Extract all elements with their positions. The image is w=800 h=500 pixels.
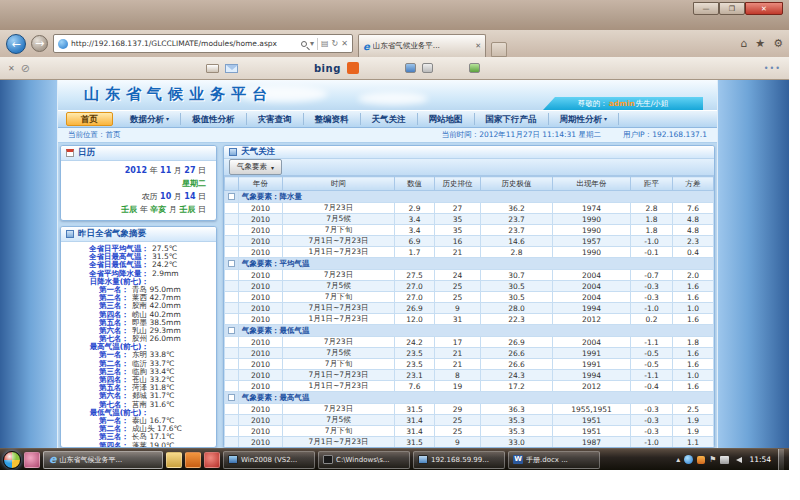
table-row[interactable]: 20107月23日2.92736.219742.87.6 [225, 203, 714, 214]
checkbox[interactable] [228, 394, 235, 401]
column-header-7[interactable]: 方差 [673, 177, 714, 191]
cell: 3.4 [395, 225, 435, 236]
group-row-0[interactable]: 气象要素：降水量 [225, 191, 714, 203]
checkbox[interactable] [228, 193, 235, 200]
column-header-5[interactable]: 出现年份 [553, 177, 631, 191]
pinned-app-icon[interactable] [204, 452, 220, 468]
toolbar-app-icon[interactable] [422, 63, 433, 73]
table-row[interactable]: 20107月下旬23.52126.61991-0.51.6 [225, 359, 714, 370]
forward-button[interactable]: → [31, 35, 48, 52]
close-tab-icon[interactable]: ✕ [475, 42, 481, 50]
table-row[interactable]: 20107月下旬27.02530.52004-0.31.6 [225, 292, 714, 303]
action-center-flag-icon[interactable]: ⚑ [709, 455, 716, 464]
back-button[interactable]: ← [6, 34, 26, 54]
group-row-1[interactable]: 气象要素：平均气温 [225, 258, 714, 270]
show-desktop-button[interactable] [778, 449, 784, 471]
table-row[interactable]: 20107月1日~7月23日6.91614.61957-1.02.3 [225, 236, 714, 247]
column-header-3[interactable]: 历史排位 [435, 177, 481, 191]
nav-item-1[interactable]: 数据分析▾ [119, 113, 181, 125]
url-text[interactable]: http://192.168.137.1/GLCCLIMATE/modules/… [71, 39, 298, 48]
table-row[interactable]: 20107月5候3.43523.719901.84.8 [225, 214, 714, 225]
taskbar-window-3[interactable]: W手册.docx ... [508, 451, 600, 469]
element-select-button[interactable]: 气象要素 ▾ [229, 159, 282, 175]
document-icon [66, 230, 74, 238]
table-row[interactable]: 20107月1日~7月23日26.9928.01994-1.01.0 [225, 303, 714, 314]
bing-logo[interactable]: bing [314, 63, 341, 74]
mail-icon[interactable] [225, 64, 238, 73]
nav-item-label: 首页 [81, 113, 98, 125]
row-lead-cell [225, 270, 239, 281]
explorer-folder-icon[interactable] [166, 452, 182, 468]
taskbar-clock[interactable]: 11:54 [749, 455, 771, 464]
row-lead-cell [225, 236, 239, 247]
table-row[interactable]: 20107月下旬31.42535.31951-0.31.9 [225, 426, 714, 437]
table-row[interactable]: 20107月5候27.02530.52004-0.31.6 [225, 281, 714, 292]
cell: -0.5 [631, 359, 673, 370]
nav-item-5[interactable]: 天气关注 [361, 113, 418, 125]
hidden-icons-arrow[interactable]: ▴ [676, 455, 680, 464]
start-button[interactable] [3, 451, 21, 469]
home-icon[interactable]: ⌂ [740, 37, 747, 50]
compatibility-view-icon[interactable]: ▤ [321, 39, 329, 48]
maximize-button[interactable]: ❐ [719, 2, 745, 15]
stat-value: 2.9mm [152, 270, 179, 278]
new-tab-button[interactable] [491, 42, 507, 57]
tools-gear-icon[interactable]: ⚙ [773, 37, 783, 50]
nav-item-7[interactable]: 国家下行产品 [475, 113, 549, 125]
table-row[interactable]: 20101月1日~7月23日1.7212.81990-0.10.4 [225, 247, 714, 258]
column-header-1[interactable]: 时间 [283, 177, 395, 191]
address-bar[interactable]: http://192.168.137.1/GLCCLIMATE/modules/… [53, 34, 353, 53]
close-button[interactable]: ✕ [745, 2, 783, 15]
search-icon[interactable] [301, 41, 307, 47]
checkbox[interactable] [228, 327, 235, 334]
nav-item-6[interactable]: 网站地图 [418, 113, 475, 125]
row-lead-cell [225, 314, 239, 325]
nav-item-3[interactable]: 灾害查询 [247, 113, 304, 125]
network-icon[interactable] [720, 456, 729, 464]
table-row[interactable]: 20101月1日~7月23日12.03122.320120.21.6 [225, 314, 714, 325]
column-header-6[interactable]: 距平 [631, 177, 673, 191]
table-row[interactable]: 20107月23日24.21726.92004-1.11.8 [225, 337, 714, 348]
table-row[interactable]: 20107月5候23.52126.61991-0.51.6 [225, 348, 714, 359]
taskbar-window-2[interactable]: 192.168.59.99... [413, 451, 505, 469]
minimize-button[interactable]: — [693, 2, 719, 15]
more-options-icon[interactable]: ••• [764, 64, 781, 73]
bing-badge-icon[interactable] [347, 62, 359, 74]
taskbar-ie-button[interactable]: e 山东省气候业务平... [43, 451, 163, 469]
chevron-down-icon[interactable]: ▾ [310, 39, 314, 48]
table-row[interactable]: 20107月23日31.52936.31955,1951-0.32.5 [225, 404, 714, 415]
column-header-0[interactable]: 年份 [239, 177, 283, 191]
pinned-app-icon[interactable] [24, 452, 40, 468]
messenger-icon[interactable] [684, 455, 693, 464]
group-row-2[interactable]: 气象要素：最低气温 [225, 325, 714, 337]
table-row[interactable]: 20107月5候31.42535.31951-0.31.9 [225, 415, 714, 426]
card-icon[interactable] [206, 64, 219, 73]
group-row-3[interactable]: 气象要素：最高气温 [225, 392, 714, 404]
security-icon[interactable] [697, 456, 705, 464]
column-header-2[interactable]: 数值 [395, 177, 435, 191]
toolbar-app-icon[interactable] [405, 63, 416, 73]
blocked-icon[interactable]: ⊘ [21, 62, 30, 75]
taskbar-window-0[interactable]: Win2008 (VS2... [223, 451, 315, 469]
table-row[interactable]: 20107月下旬3.43523.719901.84.8 [225, 225, 714, 236]
nav-item-4[interactable]: 整编资料 [304, 113, 361, 125]
stop-icon[interactable]: ✕ [341, 39, 348, 48]
table-row[interactable]: 20107月1日~7月23日31.5933.01987-1.01.1 [225, 437, 714, 448]
close-toolbar-icon[interactable]: ✕ [8, 64, 15, 73]
nav-item-8[interactable]: 周期性分析▾ [549, 113, 620, 125]
checkbox[interactable] [228, 260, 235, 267]
refresh-icon[interactable]: ↻ [332, 39, 339, 48]
table-row[interactable]: 20107月23日27.52430.72004-0.72.0 [225, 270, 714, 281]
taskbar-window-1[interactable]: C:\Windows\s... [318, 451, 410, 469]
pinned-app-icon[interactable] [185, 452, 201, 468]
column-header-4[interactable]: 历史极值 [481, 177, 553, 191]
toolbar-app-icon[interactable] [469, 63, 480, 73]
table-row[interactable]: 20107月1日~7月23日23.1824.31994-1.11.0 [225, 370, 714, 381]
favorites-icon[interactable]: ★ [755, 37, 765, 50]
nav-item-2[interactable]: 极值性分析 [181, 113, 247, 125]
volume-icon[interactable] [733, 457, 742, 463]
browser-tab[interactable]: e 山东省气候业务平... ✕ [358, 34, 486, 57]
nav-item-0[interactable]: 首页 [66, 112, 113, 126]
table-row[interactable]: 20101月1日~7月23日7.61917.22012-0.41.6 [225, 381, 714, 392]
cell: 1990 [553, 225, 631, 236]
